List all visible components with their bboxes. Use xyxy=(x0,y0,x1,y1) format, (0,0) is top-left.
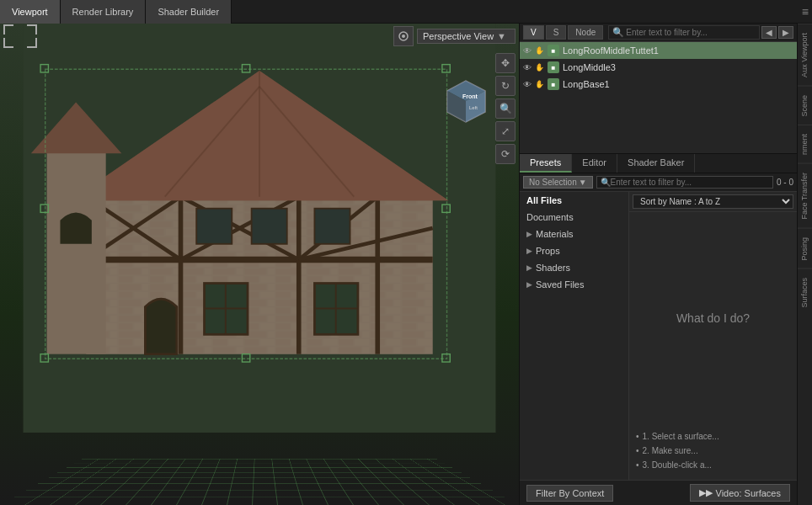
panel-search-icon: 🔍 xyxy=(601,178,611,187)
nav-arrow-props: ▶ xyxy=(526,247,532,255)
instruction-num-2: • xyxy=(636,444,639,457)
svg-text:Left: Left xyxy=(469,105,478,110)
vtab-aux-viewport[interactable]: Aux Viewport xyxy=(798,24,812,86)
nav-item-all-files-label: All Files xyxy=(526,195,562,205)
panel-search-bar: No Selection ▼ 🔍 0 - 0 xyxy=(520,173,797,192)
sort-select[interactable]: Sort by Name : A to Z xyxy=(633,194,793,209)
instructions: • 1. Select a surface... • 2. Make sure.… xyxy=(629,423,797,480)
video-surfaces-button[interactable]: ▶▶ Video: Surfaces xyxy=(690,484,790,502)
view-selector[interactable]: Perspective View ▼ xyxy=(417,29,516,44)
top-tab-bar: Viewport Render Library Shader Builder ≡ xyxy=(0,0,812,24)
corner-tr xyxy=(27,24,37,35)
scene-tab-v[interactable]: V xyxy=(523,25,544,40)
grid-floor xyxy=(0,459,519,505)
vtab-scene[interactable]: Scene xyxy=(798,86,812,125)
scene-item-0[interactable]: 👁 ✋ ■ LongRoofMiddleTuttet1 xyxy=(520,42,797,59)
nav-item-materials[interactable]: ▶ Materials xyxy=(520,226,628,242)
scene-prev[interactable]: ◀ xyxy=(761,26,777,39)
panel-search-input[interactable] xyxy=(611,178,769,187)
svg-text:Front: Front xyxy=(462,93,478,99)
corner-bl xyxy=(3,38,13,48)
instruction-text-1: 1. Select a surface... xyxy=(643,430,719,443)
nav-item-props-label: Props xyxy=(536,246,560,256)
zoom-icon[interactable]: 🔍 xyxy=(495,98,516,119)
no-selection-label: No Selection xyxy=(529,178,577,187)
scene-item-2[interactable]: 👁 ✋ ■ LongBase1 xyxy=(520,76,797,93)
tab-render-library[interactable]: Render Library xyxy=(61,0,147,24)
scene-item-label-0: LongRoofMiddleTuttet1 xyxy=(563,45,659,56)
instruction-num-1: • xyxy=(636,430,639,443)
hand-icon-0: ✋ xyxy=(535,46,544,55)
range-label: 0 - 0 xyxy=(777,178,793,187)
nav-item-documents[interactable]: Documents xyxy=(520,209,628,226)
scene-tab-node[interactable]: Node xyxy=(568,25,603,40)
panel-tab-presets[interactable]: Presets xyxy=(520,154,572,173)
scene-next[interactable]: ▶ xyxy=(778,26,793,39)
panel-tabs: Presets Editor Shader Baker xyxy=(520,154,797,173)
eye-icon-1[interactable]: 👁 xyxy=(523,63,532,72)
hand-icon-1: ✋ xyxy=(535,63,544,72)
bottom-panel: Presets Editor Shader Baker No Selection… xyxy=(520,154,797,505)
corner-markers xyxy=(3,24,37,48)
scene-nav: ◀ ▶ xyxy=(761,26,793,39)
corner-tl xyxy=(3,24,13,35)
panel-search[interactable]: 🔍 xyxy=(596,176,773,189)
video-icon: ▶▶ xyxy=(699,487,713,498)
vertical-tabs: Aux Viewport Scene nment Face Transfer P… xyxy=(797,24,812,505)
scene-tab-s[interactable]: S xyxy=(546,25,567,40)
right-panel: V S Node 🔍 ◀ ▶ 👁 ✋ ■ LongRoofMiddleTutte… xyxy=(519,24,797,505)
view-selector-label: Perspective View xyxy=(423,31,494,41)
nav-item-saved-files[interactable]: ▶ Saved Files xyxy=(520,276,628,293)
eye-icon-0[interactable]: 👁 xyxy=(523,46,532,56)
svg-rect-23 xyxy=(314,209,350,244)
main-layout: Perspective View ▼ xyxy=(0,24,812,505)
corner-br xyxy=(27,38,37,48)
panel-right-toolbar: Sort by Name : A to Z xyxy=(629,192,797,212)
scene-item-1[interactable]: 👁 ✋ ■ LongMiddle3 xyxy=(520,59,797,76)
vtab-environment[interactable]: nment xyxy=(798,125,812,163)
fit-icon[interactable]: ⤢ xyxy=(495,121,516,141)
instruction-num-3: • xyxy=(636,459,639,471)
tab-viewport[interactable]: Viewport xyxy=(0,0,61,24)
instruction-3: • 3. Double-click a... xyxy=(636,459,790,471)
no-selection-dropdown[interactable]: No Selection ▼ xyxy=(523,176,593,189)
scene-item-label-1: LongMiddle3 xyxy=(563,62,616,72)
orientation-cube[interactable]: Front Left xyxy=(439,74,494,129)
vtab-posing[interactable]: Posing xyxy=(798,228,812,269)
nav-item-all-files[interactable]: All Files xyxy=(520,192,628,209)
nav-item-shaders[interactable]: ▶ Shaders xyxy=(520,259,628,276)
no-selection-arrow: ▼ xyxy=(579,178,587,187)
panel-left-nav: All Files Documents ▶ Materials ▶ Props xyxy=(520,192,629,480)
search-icon: 🔍 xyxy=(612,27,624,38)
scene-search[interactable]: 🔍 xyxy=(608,25,760,40)
filter-by-context-button[interactable]: Filter By Context xyxy=(526,485,613,502)
viewport-toolbar: Perspective View ▼ xyxy=(0,24,519,49)
reset-icon[interactable]: ⟳ xyxy=(495,144,516,164)
panel-tab-editor[interactable]: Editor xyxy=(572,154,617,173)
scene-search-input[interactable] xyxy=(626,28,756,37)
rotate-icon[interactable]: ↻ xyxy=(495,76,516,96)
svg-rect-21 xyxy=(196,209,232,244)
scene-tree: V S Node 🔍 ◀ ▶ 👁 ✋ ■ LongRoofMiddleTutte… xyxy=(520,24,797,154)
tab-icons: ≡ xyxy=(802,5,812,19)
tab-shader-builder[interactable]: Shader Builder xyxy=(146,0,232,24)
node-icon-2: ■ xyxy=(548,78,559,90)
scene-item-label-2: LongBase1 xyxy=(563,79,610,89)
nav-arrow-saved: ▶ xyxy=(526,280,532,289)
vtab-surfaces[interactable]: Surfaces xyxy=(798,268,812,316)
viewport-area[interactable]: Perspective View ▼ xyxy=(0,24,519,505)
vtab-face-transfer[interactable]: Face Transfer xyxy=(798,163,812,228)
svg-rect-22 xyxy=(252,209,287,244)
nav-item-props[interactable]: ▶ Props xyxy=(520,242,628,259)
panel-tab-shader-baker[interactable]: Shader Baker xyxy=(617,154,695,173)
camera-icon[interactable] xyxy=(393,26,414,46)
video-surfaces-label: Video: Surfaces xyxy=(716,488,781,498)
svg-point-1 xyxy=(402,35,405,38)
panel-right-content: Sort by Name : A to Z What do I do? • 1.… xyxy=(629,192,797,480)
move-icon[interactable]: ✥ xyxy=(495,53,516,73)
right-toolbar: ✥ ↻ 🔍 ⤢ ⟳ xyxy=(495,53,516,164)
hand-icon-2: ✋ xyxy=(535,80,544,88)
what-do-label: What do I do? xyxy=(629,212,797,423)
nav-item-materials-label: Materials xyxy=(536,229,574,239)
eye-icon-2[interactable]: 👁 xyxy=(523,80,532,89)
